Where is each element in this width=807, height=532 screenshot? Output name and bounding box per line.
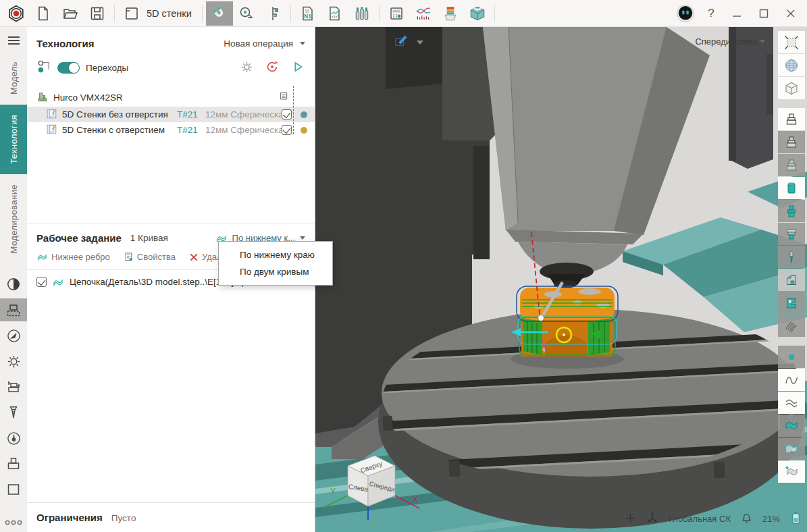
viewport-3d[interactable]: Сверху Слева Спереди Y X Спереди слева [315, 27, 807, 532]
operation-row[interactable]: 5D Стенки с отверстием T#21 12мм Сфериче… [27, 122, 315, 138]
sphere-view-button[interactable] [778, 54, 805, 76]
blank-square-button[interactable] [0, 478, 27, 501]
close-button[interactable] [777, 1, 804, 26]
open-folder-button[interactable] [57, 1, 84, 26]
isometric-view-button[interactable] [778, 77, 805, 99]
run-simulation-play-icon[interactable] [290, 59, 305, 76]
stock-wireframe-button[interactable] [778, 108, 805, 130]
stock-transform-button[interactable] [0, 375, 27, 398]
curve-icon [52, 277, 64, 287]
job-count: 1 Кривая [130, 233, 168, 243]
machine-node[interactable]: Hurco VMX42SR [27, 88, 315, 107]
transitions-toggle[interactable] [57, 62, 80, 74]
delete-x-icon [189, 252, 199, 262]
workpiece-step-button[interactable] [778, 223, 805, 245]
menu-hamburger-button[interactable] [8, 36, 20, 45]
machine-setup-button[interactable] [0, 298, 27, 321]
operation-name: 5D Стенки без отверстия [62, 109, 177, 119]
show-curves-button[interactable] [778, 369, 805, 391]
coordinate-system-label[interactable]: Глобальная СК [669, 514, 731, 524]
help-button[interactable]: ? [699, 7, 723, 20]
maximize-button[interactable] [750, 1, 777, 26]
material-layers-button[interactable] [437, 1, 464, 26]
viewport-status-bar: Глобальная СК 21% [625, 510, 802, 527]
coordinate-system-icon[interactable] [646, 512, 658, 526]
operation-settings-gear-icon[interactable] [240, 60, 254, 76]
calculator-button[interactable] [383, 1, 410, 26]
machine-name: Hurco VMX42SR [53, 92, 123, 103]
tools-library-button[interactable] [348, 1, 375, 26]
show-surfaces-shaded-button[interactable] [778, 437, 805, 460]
measure-tape-button[interactable] [233, 1, 260, 26]
compass-button[interactable] [0, 324, 27, 347]
new-document-button[interactable] [30, 1, 57, 26]
stock-solid-button[interactable] [778, 131, 805, 153]
tab-technology[interactable]: Технология [0, 105, 27, 174]
operations-tree: Hurco VMX42SR 5D Стенки без отверстия T#… [27, 88, 315, 138]
separator [290, 5, 291, 22]
job-title: Рабочее задание [36, 232, 122, 244]
operation-5d-walls-icon [46, 124, 57, 137]
settings-gear-button[interactable] [0, 350, 27, 373]
tab-modeling[interactable]: Моделирование [0, 174, 27, 263]
machine-3d-scene[interactable]: Сверху Слева Спереди Y X [315, 27, 807, 532]
machine-head-display-button[interactable] [778, 292, 805, 314]
zoom-level: 21% [762, 514, 780, 524]
caliper-button[interactable] [260, 1, 287, 26]
new-operation-dropdown[interactable]: Новая операция [224, 38, 305, 49]
fixture-display-button[interactable] [778, 269, 805, 291]
workpiece-solid-button[interactable] [778, 177, 805, 199]
show-points-button[interactable] [778, 346, 805, 368]
workpiece-flange-button[interactable] [778, 200, 805, 222]
tool-drill-button[interactable] [0, 401, 27, 424]
lower-edge-button[interactable]: Нижнее ребро [36, 252, 110, 262]
stock-translucent-button[interactable] [778, 154, 805, 176]
machine-right-column [729, 27, 773, 169]
chain-checkbox[interactable] [36, 277, 47, 287]
show-surfaces-solid-button[interactable] [778, 415, 805, 437]
theme-contrast-icon[interactable] [0, 273, 27, 296]
notifications-bell-icon[interactable] [741, 512, 752, 526]
save-button[interactable] [84, 1, 111, 26]
show-surface-points-button[interactable] [778, 460, 805, 483]
edit-sketch-icon[interactable] [394, 34, 409, 51]
document-title: 5D стенки [147, 8, 192, 19]
press-fixture-button[interactable] [0, 452, 27, 475]
operation-row[interactable]: 5D Стенки без отверстия T#21 12мм Сферич… [27, 107, 315, 122]
curve-icon [36, 252, 48, 261]
constraints-value: Пусто [111, 513, 136, 523]
report-document-button[interactable] [321, 1, 348, 26]
operation-checkbox[interactable] [282, 109, 292, 119]
statistics-button[interactable] [410, 1, 437, 26]
properties-button[interactable]: Свойства [124, 252, 176, 262]
view-orientation-dropdown[interactable]: Спереди слева [695, 36, 765, 47]
menu-item-two-curves[interactable]: По двум кривым [219, 263, 332, 280]
operations-list-icon[interactable] [278, 91, 289, 104]
operation-checkbox[interactable] [282, 125, 292, 135]
show-surfaces-wire-button[interactable] [778, 392, 805, 414]
battery-simulation-icon[interactable] [790, 510, 802, 527]
chevron-down-icon[interactable] [417, 41, 423, 45]
recalculate-icon[interactable] [265, 59, 280, 76]
nc-program-button[interactable]: N1 [294, 1, 321, 26]
minimize-button[interactable] [723, 1, 750, 26]
stock-box-button[interactable] [464, 1, 491, 26]
constraints-section[interactable]: Ограничения Пусто [27, 502, 315, 532]
window-icon[interactable] [118, 1, 145, 26]
assistant-robot-button[interactable] [672, 1, 699, 26]
add-csys-button[interactable] [625, 512, 636, 526]
workpiece-part[interactable] [511, 286, 624, 369]
zoom-fit-button[interactable] [778, 31, 805, 53]
snap-magnet-button[interactable] [206, 1, 233, 26]
operation-name: 5D Стенки с отверстием [62, 125, 177, 135]
operation-status-dot [301, 111, 307, 118]
transitions-filter-icon[interactable] [36, 59, 51, 76]
axis-y-label: Y [330, 487, 336, 496]
chain-label: Цепочка(Деталь\3D model.step..\E[188] Ц [70, 277, 243, 287]
more-options-icon[interactable] [5, 518, 22, 528]
gauge-button[interactable] [0, 427, 27, 450]
toolpath-display-button[interactable] [778, 315, 805, 337]
menu-item-lower-edge[interactable]: По нижнему краю [219, 246, 332, 263]
tab-model[interactable]: Модель [0, 51, 27, 105]
tool-display-button[interactable] [778, 246, 805, 268]
